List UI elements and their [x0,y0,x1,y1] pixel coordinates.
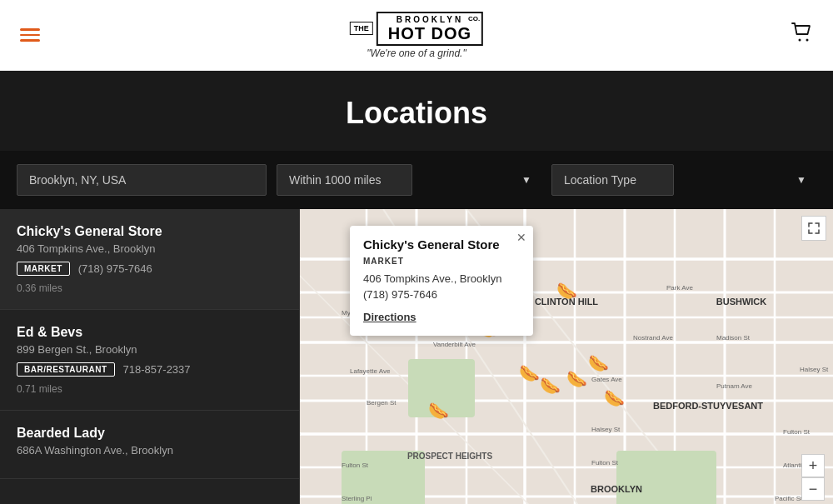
location-phone: 718-857-2337 [123,363,191,376]
location-tag: Market [17,262,70,276]
location-address: 899 Bergen St., Brooklyn [17,343,282,356]
site-logo: THE BROOKLYN HOT DOG CO. "We're one of a… [350,12,483,59]
logo-hotdog: HOT DOG [388,24,471,42]
cart-icon [791,22,813,43]
cart-button[interactable] [791,22,813,48]
hamburger-line-3 [20,39,40,42]
logo-co: CO. [468,15,480,22]
hamburger-line-1 [20,28,40,31]
location-name: Bearded Lady [17,426,282,441]
logo-tagline: "We're one of a grind." [350,47,483,59]
map-zoom-controls: + − [801,454,825,501]
expand-icon [808,222,820,234]
svg-text:Putnam Ave: Putnam Ave [716,382,753,390]
location-search-input[interactable] [17,164,267,196]
svg-text:BROOKLYN: BROOKLYN [591,484,642,494]
location-tag: Bar/Restaurant [17,362,115,377]
radius-select-wrapper: Within 1000 miles Within 500 miles Withi… [277,164,541,196]
svg-text:Vanderbilt Ave: Vanderbilt Ave [433,341,476,348]
popup-close-button[interactable]: ✕ [516,231,526,244]
popup-directions-link[interactable]: Directions [363,311,416,323]
location-type-select[interactable]: Location Type Market Bar/Restaurant Food… [551,164,674,196]
svg-text:Madison St: Madison St [716,334,751,342]
svg-text:BEDFORD-STUYVESANT: BEDFORD-STUYVESANT [653,401,763,411]
map-marker[interactable]: 🌭 [428,397,448,424]
svg-text:Sterling Pl: Sterling Pl [342,495,372,502]
svg-text:Pacific St: Pacific St [775,495,803,502]
location-name: Ed & Bevs [17,325,282,340]
location-address: 406 Tompkins Ave., Brooklyn [17,242,282,255]
radius-select[interactable]: Within 1000 miles Within 500 miles Withi… [277,164,412,196]
map-marker[interactable]: 🌭 [588,350,608,377]
list-item[interactable]: Bearded Lady 686A Washington Ave., Brook… [0,411,299,479]
hamburger-line-2 [20,34,40,37]
popup-location-phone: (718) 975-7646 [363,288,520,301]
map-popup: ✕ Chicky's General Store MARKET 406 Tomp… [350,226,533,336]
popup-location-type: MARKET [363,257,520,266]
svg-rect-26 [616,451,716,504]
location-distance: 0.71 miles [17,383,282,395]
svg-text:Bergen St: Bergen St [367,399,397,407]
map-marker[interactable]: 🌭 [556,277,576,304]
logo-brooklyn: BROOKLYN [388,15,471,24]
svg-text:Nostrand Ave: Nostrand Ave [633,334,673,342]
hamburger-menu[interactable] [20,28,40,42]
svg-point-1 [806,39,809,42]
zoom-in-button[interactable]: + [801,454,825,477]
type-select-arrow: ▼ [796,174,806,186]
map-marker[interactable]: 🌭 [567,366,587,392]
location-tags: Bar/Restaurant 718-857-2337 [17,362,282,377]
radius-select-arrow: ▼ [521,174,531,186]
logo-the: THE [350,22,373,35]
header: THE BROOKLYN HOT DOG CO. "We're one of a… [0,0,833,71]
svg-text:Halsey St: Halsey St [800,366,829,373]
search-bar: Within 1000 miles Within 500 miles Withi… [0,151,833,209]
svg-text:PROSPECT HEIGHTS: PROSPECT HEIGHTS [407,452,493,461]
popup-location-address: 406 Tompkins Ave., Brooklyn [363,272,520,285]
location-distance: 0.36 miles [17,282,282,294]
map-marker[interactable]: 🌭 [541,372,561,399]
svg-text:Fulton St: Fulton St [783,428,811,436]
location-phone: (718) 975-7646 [78,262,152,275]
svg-text:BUSHWICK: BUSHWICK [716,297,767,307]
main-content: Chicky's General Store 406 Tompkins Ave.… [0,209,833,504]
page-title: Locations [0,96,833,131]
svg-text:Halsey St: Halsey St [591,426,621,433]
map-expand-button[interactable] [801,216,826,241]
popup-location-name: Chicky's General Store [363,237,520,252]
map-area: CLINTON HILL BUSHWICK BEDFORD-STUYVESANT… [300,209,833,504]
location-tags: Market (718) 975-7646 [17,262,282,276]
location-list: Chicky's General Store 406 Tompkins Ave.… [0,209,300,504]
type-select-wrapper: Location Type Market Bar/Restaurant Food… [551,164,816,196]
svg-text:Lafayette Ave: Lafayette Ave [350,367,391,375]
svg-text:Park Ave: Park Ave [666,284,693,292]
zoom-out-button[interactable]: − [801,477,825,501]
page-title-section: Locations [0,71,833,151]
location-name: Chicky's General Store [17,224,282,239]
svg-text:Fulton St: Fulton St [342,462,369,469]
svg-text:Fulton St: Fulton St [591,459,619,467]
list-item[interactable]: Ed & Bevs 899 Bergen St., Brooklyn Bar/R… [0,310,299,411]
location-address: 686A Washington Ave., Brooklyn [17,444,282,457]
map-marker[interactable]: 🌭 [605,385,625,412]
map-marker[interactable]: 🌭 [519,360,539,387]
svg-point-0 [799,39,801,42]
list-item[interactable]: Chicky's General Store 406 Tompkins Ave.… [0,209,299,310]
